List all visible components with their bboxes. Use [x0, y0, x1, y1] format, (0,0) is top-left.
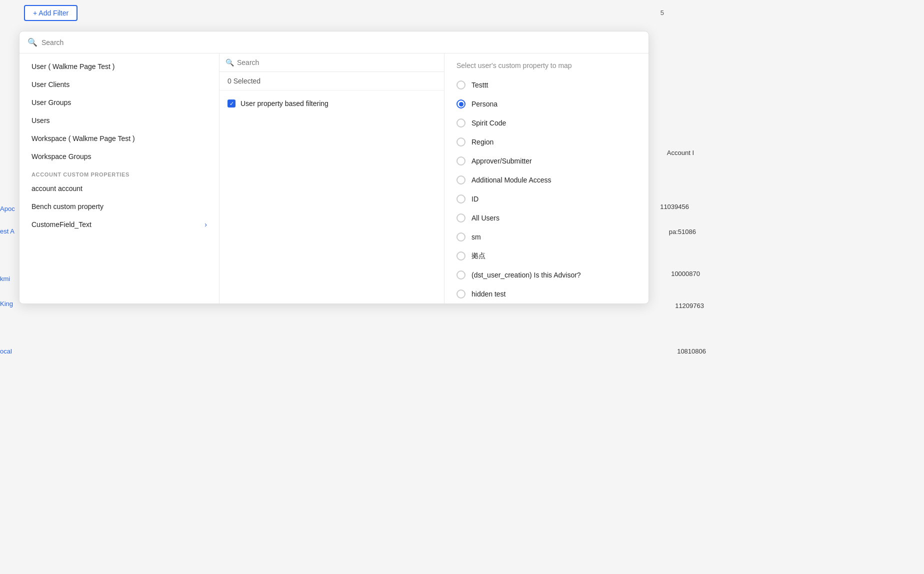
- bg-data-5: 10810806: [677, 348, 706, 355]
- radio-label-all-users: All Users: [472, 214, 500, 222]
- mid-item-label: User property based filtering: [240, 100, 328, 108]
- arrow-right-icon: ›: [204, 220, 207, 228]
- radio-label-approver-submitter: Approver/Submitter: [472, 157, 532, 165]
- radio-all-users[interactable]: All Users: [444, 208, 648, 228]
- radio-circle-id: [456, 194, 466, 204]
- left-item-user-clients[interactable]: User Clients: [20, 76, 219, 94]
- mid-search-bar: 🔍: [220, 54, 444, 72]
- left-item-user-walkme[interactable]: User ( Walkme Page Test ): [20, 58, 219, 76]
- radio-dst-user-creation[interactable]: (dst_user_creation) Is this Advisor?: [444, 266, 648, 284]
- left-item-workspace-groups[interactable]: Workspace Groups: [20, 148, 219, 166]
- bg-account-label: Account I: [667, 149, 694, 156]
- radio-label-region: Region: [472, 138, 494, 146]
- radio-label-hidden-test: hidden test: [472, 290, 506, 298]
- dropdown-columns: User ( Walkme Page Test ) User Clients U…: [20, 54, 648, 304]
- left-item-user-groups[interactable]: User Groups: [20, 94, 219, 112]
- radio-circle-approver-submitter: [456, 156, 466, 166]
- radio-circle-persona: [456, 100, 466, 108]
- checkbox-user-property[interactable]: [228, 100, 236, 108]
- bg-link-5: ocal: [0, 348, 12, 355]
- radio-label-spirit-code: Spirit Code: [472, 119, 506, 127]
- radio-label-sm: sm: [472, 233, 481, 241]
- radio-spirit-code[interactable]: Spirit Code: [444, 114, 648, 132]
- radio-kyoten[interactable]: 拠点: [444, 246, 648, 266]
- radio-hidden-test[interactable]: hidden test: [444, 284, 648, 304]
- custome-field-label: CustomeField_Text: [32, 220, 92, 228]
- radio-id[interactable]: ID: [444, 190, 648, 208]
- radio-circle-region: [456, 138, 466, 146]
- top-search-input[interactable]: [42, 38, 640, 46]
- top-search-icon: 🔍: [28, 38, 38, 47]
- left-item-bench-custom[interactable]: Bench custom property: [20, 198, 219, 216]
- radio-circle-sm: [456, 232, 466, 242]
- radio-approver-submitter[interactable]: Approver/Submitter: [444, 152, 648, 170]
- mid-column: 🔍 0 Selected User property based filteri…: [220, 54, 444, 304]
- account-custom-properties-label: ACCOUNT CUSTOM PROPERTIES: [20, 166, 219, 180]
- radio-region[interactable]: Region: [444, 132, 648, 152]
- radio-circle-all-users: [456, 214, 466, 222]
- mid-search-icon: 🔍: [226, 58, 234, 66]
- radio-label-dst-user-creation: (dst_user_creation) Is this Advisor?: [472, 271, 581, 279]
- bg-data-4: 11209763: [675, 302, 704, 310]
- radio-additional-module[interactable]: Additional Module Access: [444, 170, 648, 190]
- bg-data-1: 11039456: [660, 203, 689, 210]
- left-item-account-account[interactable]: account account: [20, 180, 219, 198]
- bg-data-2: pa:51086: [669, 228, 696, 236]
- radio-circle-additional-module: [456, 176, 466, 184]
- top-search-bar: 🔍: [20, 32, 648, 54]
- radio-label-persona: Persona: [472, 100, 498, 108]
- radio-circle-dst-user-creation: [456, 270, 466, 280]
- radio-circle-testtt: [456, 80, 466, 90]
- radio-testtt[interactable]: Testtt: [444, 76, 648, 94]
- radio-circle-hidden-test: [456, 290, 466, 298]
- right-column: Select user's custom property to map Tes…: [444, 54, 648, 304]
- radio-label-testtt: Testtt: [472, 81, 488, 89]
- left-item-workspace-walkme[interactable]: Workspace ( Walkme Page Test ): [20, 130, 219, 148]
- bg-link-4: King: [0, 300, 13, 308]
- selected-count: 0 Selected: [220, 72, 444, 90]
- mid-items-list: User property based filtering: [220, 90, 444, 304]
- bg-number: 5: [660, 9, 664, 16]
- left-column: User ( Walkme Page Test ) User Clients U…: [20, 54, 220, 304]
- bg-data-3: 10000870: [671, 270, 700, 278]
- filter-dropdown: 🔍 User ( Walkme Page Test ) User Clients…: [19, 31, 649, 304]
- radio-circle-spirit-code: [456, 118, 466, 128]
- bg-link-1: Apoc: [0, 205, 15, 212]
- bg-link-2: est A: [0, 228, 14, 235]
- mid-item-user-property[interactable]: User property based filtering: [220, 94, 444, 112]
- radio-sm[interactable]: sm: [444, 228, 648, 246]
- radio-circle-kyoten: [456, 252, 466, 260]
- radio-label-id: ID: [472, 195, 478, 203]
- mid-search-input[interactable]: [237, 58, 438, 66]
- radio-label-additional-module: Additional Module Access: [472, 176, 552, 184]
- bg-link-3: kmi: [0, 275, 10, 282]
- left-item-users[interactable]: Users: [20, 112, 219, 130]
- radio-label-kyoten: 拠点: [472, 252, 486, 260]
- right-column-header: Select user's custom property to map: [444, 54, 648, 76]
- radio-persona[interactable]: Persona: [444, 94, 648, 114]
- left-item-custome-field[interactable]: CustomeField_Text ›: [20, 216, 219, 234]
- add-filter-button[interactable]: + Add Filter: [24, 5, 78, 21]
